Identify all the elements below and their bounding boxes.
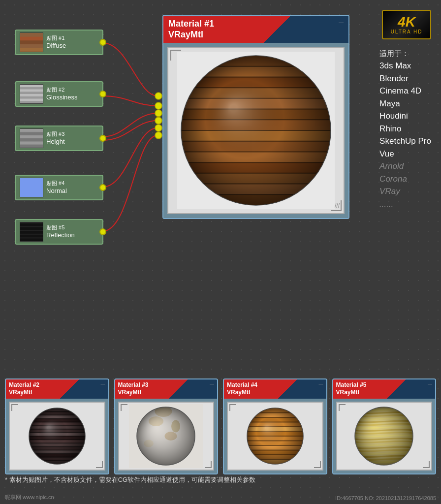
mini-material-2-minimize[interactable]: —	[101, 381, 105, 386]
main-material-title: Material #1 VRayMtl	[168, 19, 344, 40]
mini-sphere-4-container	[227, 402, 323, 471]
compat-list: 适用于： 3ds Max Blender Cinema 4D Maya Houd…	[379, 49, 431, 210]
svg-point-4	[155, 125, 162, 131]
node-height[interactable]: 贴图 #3 Height	[15, 126, 103, 151]
node-diffuse-label: 贴图 #1 Diffuse	[46, 34, 66, 50]
compat-more: ......	[379, 198, 431, 211]
node-diffuse-connector[interactable]	[99, 39, 106, 46]
mini-sphere-3-canvas	[129, 404, 203, 468]
minimize-button[interactable]: —	[339, 20, 344, 25]
mini-material-5-body	[333, 399, 436, 473]
mini-material-3-body	[115, 399, 218, 473]
node-glossiness-label: 贴图 #2 Glossiness	[46, 86, 78, 101]
node-reflection-label: 贴图 #5 Reflection	[46, 224, 75, 239]
main-sphere-canvas	[177, 52, 335, 209]
watermark-left: 昵享网 www.nipic.cn	[5, 494, 54, 501]
node-reflection-connector[interactable]	[99, 228, 106, 235]
svg-point-1	[155, 102, 162, 109]
svg-point-2	[155, 110, 162, 117]
node-glossiness[interactable]: 贴图 #2 Glossiness	[15, 81, 103, 107]
mini-material-3-title: Material #3 VRayMtl	[118, 381, 215, 397]
node-glossiness-connector[interactable]	[99, 91, 106, 97]
mini-sphere-2-canvas	[20, 404, 94, 468]
node-normal[interactable]: 贴图 #4 Normal	[15, 175, 103, 200]
mini-material-4-body	[224, 399, 326, 473]
node-normal-connector[interactable]	[99, 184, 106, 191]
mini-material-2-header: Material #2 VRayMtl —	[6, 379, 108, 399]
compat-corona: Corona	[379, 173, 431, 186]
mini-material-3: Material #3 VRayMtl —	[114, 378, 219, 474]
mini-material-5: Material #5 VRayMtl —	[332, 378, 437, 474]
mini-material-5-header: Material #5 VRayMtl —	[333, 379, 436, 399]
compat-cinema4d: Cinema 4D	[379, 85, 431, 97]
footnote: * 素材为贴图片，不含材质文件，需要在CG软件内相应通道使用，可能需要调整相关参…	[5, 475, 436, 484]
node-height-thumbnail	[20, 128, 43, 148]
main-material-body: ///	[163, 43, 348, 218]
watermark-right: ID:4667705 NO: 20210213121917642085	[335, 495, 436, 501]
node-glossiness-thumbnail	[20, 84, 43, 104]
compat-blender: Blender	[379, 72, 431, 85]
main-sphere-container: ///	[167, 47, 345, 214]
main-material-header: Material #1 VRayMtl —	[163, 16, 348, 43]
mini-material-5-minimize[interactable]: —	[428, 381, 432, 386]
compat-arnold: Arnold	[379, 160, 431, 173]
compat-vray: VRay	[379, 185, 431, 198]
mini-material-3-header: Material #3 VRayMtl —	[115, 379, 218, 399]
compat-houdini: Houdini	[379, 110, 431, 123]
node-normal-thumbnail	[20, 178, 43, 197]
main-material-window: Material #1 VRayMtl — ///	[162, 15, 349, 219]
svg-point-3	[155, 117, 162, 124]
slashes-decoration: ///	[335, 202, 340, 209]
mini-sphere-5-canvas	[347, 404, 421, 468]
compat-label: 适用于：	[379, 49, 431, 59]
svg-point-0	[155, 93, 162, 99]
mini-material-4-minimize[interactable]: —	[319, 381, 323, 386]
mini-sphere-2-container	[9, 402, 105, 471]
mini-material-5-title: Material #5 VRayMtl	[336, 381, 433, 397]
node-diffuse-thumbnail	[20, 32, 43, 52]
4k-badge: 4K ULTRA HD	[382, 10, 431, 39]
node-normal-label: 贴图 #4 Normal	[46, 180, 67, 195]
mini-materials-row: Material #2 VRayMtl — Material #3 VRayMt…	[5, 378, 436, 474]
mini-material-4-title: Material #4 VRayMtl	[227, 381, 323, 397]
mini-material-4: Material #4 VRayMtl —	[223, 378, 327, 474]
compat-vue: Vue	[379, 148, 431, 160]
mini-material-2-body	[6, 399, 108, 473]
compat-maya: Maya	[379, 97, 431, 110]
compat-rhino: Rhino	[379, 123, 431, 135]
node-height-connector[interactable]	[99, 135, 106, 142]
4k-text: 4K	[398, 15, 415, 29]
ultra-hd-text: ULTRA HD	[391, 29, 423, 34]
node-reflection[interactable]: 贴图 #5 Reflection	[15, 219, 103, 245]
compat-3dsmax: 3ds Max	[379, 60, 431, 72]
mini-sphere-4-canvas	[238, 404, 312, 468]
mini-material-2: Material #2 VRayMtl —	[5, 378, 109, 474]
svg-point-5	[155, 132, 162, 139]
mini-material-4-header: Material #4 VRayMtl —	[224, 379, 326, 399]
node-height-label: 贴图 #3 Height	[46, 130, 65, 146]
mini-sphere-3-container	[118, 402, 215, 471]
mini-sphere-5-container	[336, 402, 433, 471]
node-diffuse[interactable]: 贴图 #1 Diffuse	[15, 30, 103, 55]
mini-material-2-title: Material #2 VRayMtl	[9, 381, 105, 397]
compat-sketchup: SketchUp Pro	[379, 135, 431, 148]
node-reflection-thumbnail	[20, 222, 43, 242]
mini-material-3-minimize[interactable]: —	[210, 381, 214, 386]
